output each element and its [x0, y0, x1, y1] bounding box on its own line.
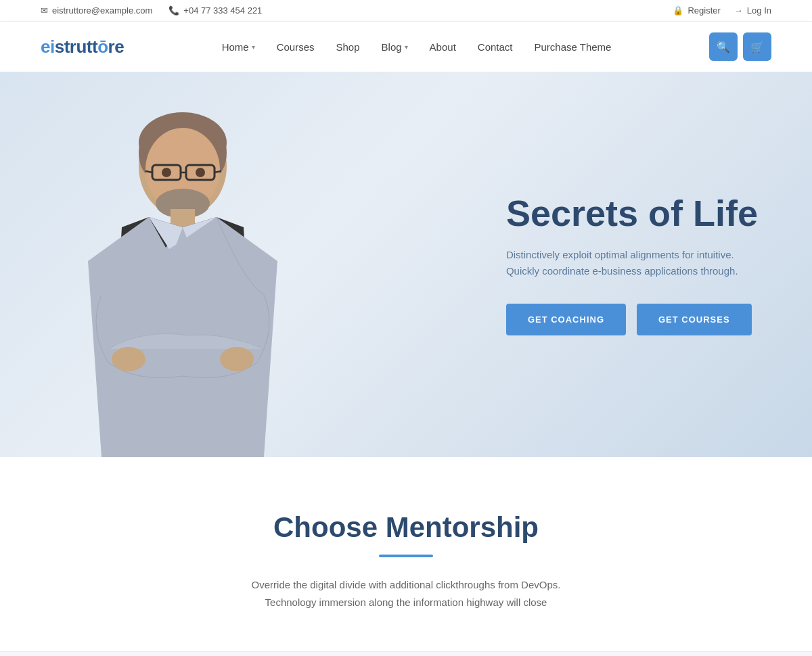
hero-title: Secrets of Life — [506, 193, 758, 233]
cart-icon: 🛒 — [750, 41, 764, 53]
hero-image-area — [0, 72, 365, 457]
hero-subtitle: Distinctively exploit optimal alignments… — [506, 247, 758, 279]
main-nav: Home ▾ Courses Shop Blog ▾ About Contact… — [222, 41, 612, 53]
nav-about[interactable]: About — [430, 41, 456, 53]
header: eistruttōre Home ▾ Courses Shop Blog ▾ A… — [0, 22, 812, 72]
nav-shop[interactable]: Shop — [336, 41, 360, 53]
search-button[interactable]: 🔍 — [709, 32, 738, 61]
email-link[interactable]: ✉ eistruttore@example.com — [41, 5, 152, 16]
user-icon: 🔒 — [673, 5, 683, 16]
bottom-bar — [0, 651, 812, 656]
search-icon: 🔍 — [717, 41, 730, 53]
nav-purchase[interactable]: Purchase Theme — [535, 41, 612, 53]
mentorship-title: Choose Mentorship — [41, 511, 771, 544]
svg-point-14 — [112, 347, 145, 371]
hero-subtitle-line1: Distinctively exploit optimal alignments… — [506, 249, 734, 260]
mail-icon: ✉ — [41, 5, 48, 16]
top-bar-left: ✉ eistruttore@example.com 📞 +04 77 333 4… — [41, 5, 262, 16]
login-label: Log In — [747, 5, 771, 16]
hero-section: Secrets of Life Distinctively exploit op… — [0, 72, 812, 457]
mentorship-desc-line1: Override the digital divide with additio… — [252, 579, 561, 590]
nav-home[interactable]: Home ▾ — [222, 41, 255, 53]
header-actions: 🔍 🛒 — [709, 32, 771, 61]
get-coaching-button[interactable]: GET COACHING — [506, 304, 626, 335]
phone-link[interactable]: 📞 +04 77 333 454 221 — [168, 5, 262, 16]
hero-subtitle-line2: Quickly coordinate e-business applicatio… — [506, 265, 738, 277]
phone-icon: 📞 — [168, 5, 179, 16]
get-courses-button[interactable]: GET COURSES — [637, 304, 752, 335]
logo-ei: ei — [41, 37, 55, 57]
login-icon: → — [734, 5, 743, 16]
top-bar: ✉ eistruttore@example.com 📞 +04 77 333 4… — [0, 0, 812, 22]
mentorship-desc-line2: Technology immersion along the informati… — [265, 596, 547, 608]
hero-person-image — [54, 92, 311, 457]
mentorship-section: Choose Mentorship Override the digital d… — [0, 457, 812, 651]
home-dropdown-arrow: ▾ — [252, 43, 255, 51]
login-link[interactable]: → Log In — [734, 5, 771, 16]
register-label: Register — [687, 5, 720, 16]
svg-point-11 — [196, 168, 205, 177]
svg-point-10 — [162, 168, 171, 177]
blog-dropdown-arrow: ▾ — [405, 43, 408, 51]
nav-contact[interactable]: Contact — [478, 41, 513, 53]
cart-button[interactable]: 🛒 — [743, 32, 771, 61]
mentorship-desc: Override the digital divide with additio… — [189, 576, 623, 611]
nav-blog[interactable]: Blog ▾ — [382, 41, 408, 53]
nav-courses[interactable]: Courses — [277, 41, 315, 53]
logo-struttore: struttōre — [55, 37, 124, 57]
hero-buttons: GET COACHING GET COURSES — [506, 304, 758, 335]
top-bar-right: 🔒 Register → Log In — [673, 5, 771, 16]
phone-text: +04 77 333 454 221 — [183, 5, 262, 16]
hero-content: Secrets of Life Distinctively exploit op… — [506, 166, 758, 362]
section-divider — [379, 555, 433, 557]
logo: eistruttōre — [41, 37, 124, 57]
svg-point-15 — [220, 347, 254, 371]
email-text: eistruttore@example.com — [52, 5, 152, 16]
register-link[interactable]: 🔒 Register — [673, 5, 720, 16]
